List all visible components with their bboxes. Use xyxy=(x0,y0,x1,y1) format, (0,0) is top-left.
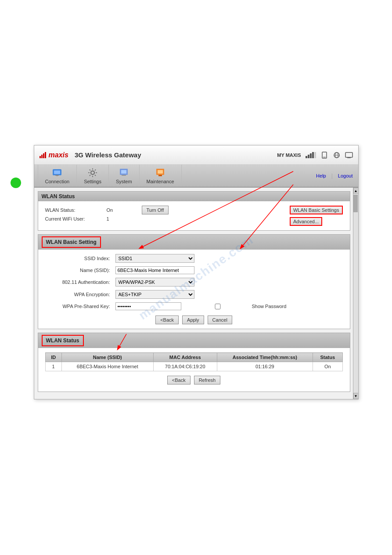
nav-connection-label: Connection xyxy=(45,179,70,184)
show-password-label[interactable]: Show Password xyxy=(185,304,287,309)
help-link[interactable]: Help xyxy=(316,173,326,178)
wlan-status-section: WLAN Status WLAN Status: On Turn Off Cur… xyxy=(38,191,350,231)
globe-icon xyxy=(333,151,341,159)
wlan-status-header: WLAN Status xyxy=(38,192,350,201)
ssid-index-label: SSID Index: xyxy=(45,256,115,261)
cell-mac: 70:1A:04:C6:19:20 xyxy=(153,362,217,371)
wlan-table: ID Name (SSID) MAC Address Associated Ti… xyxy=(45,352,343,371)
svg-rect-5 xyxy=(345,152,352,157)
wlan-status-value: On xyxy=(107,207,142,213)
back-button[interactable]: <Back xyxy=(155,316,179,324)
scroll-thumb[interactable] xyxy=(353,195,358,212)
nav-connection[interactable]: Connection xyxy=(38,165,77,187)
col-mac: MAC Address xyxy=(153,353,217,362)
col-id: ID xyxy=(45,353,61,362)
auth-label: 802.11 Authentication: xyxy=(45,279,115,285)
scroll-up-button[interactable]: ▲ xyxy=(353,188,359,194)
ssid-name-label: Name (SSID): xyxy=(45,268,115,273)
svg-rect-1 xyxy=(323,157,326,157)
screen-icon xyxy=(345,151,353,159)
apply-button[interactable]: Apply xyxy=(182,316,204,324)
scrollbar[interactable]: ▲ ▼ xyxy=(353,188,358,399)
nav-system[interactable]: System xyxy=(109,165,140,187)
cancel-button[interactable]: Cancel xyxy=(208,316,232,324)
green-dot-annotation xyxy=(11,178,21,188)
advanced-button[interactable]: Advanced... xyxy=(290,217,322,226)
wlan-basic-settings-button[interactable]: WLAN Basic Settings xyxy=(290,206,343,214)
encryption-select[interactable]: AES+TKIP xyxy=(115,290,194,299)
wifi-user-label: Current WiFi User: xyxy=(45,216,107,221)
psk-input[interactable] xyxy=(115,302,181,310)
col-time: Associated Time(hh:mm:ss) xyxy=(217,353,313,362)
wlan-status-table-section: WLAN Status ID Name (SSID) MAC Address A… xyxy=(38,333,350,392)
wlan-status-label: WLAN Status: xyxy=(45,207,107,213)
cell-time: 01:16:29 xyxy=(217,362,313,371)
router-header: maxis 3G Wireless Gateway MY MAXIS xyxy=(34,145,358,165)
ssid-index-select[interactable]: SSID1 xyxy=(115,254,194,263)
wifi-user-value: 1 xyxy=(107,216,142,221)
refresh-button[interactable]: Refresh xyxy=(194,376,221,385)
navbar: Connection Settings xyxy=(34,165,358,188)
phone-icon xyxy=(320,151,328,159)
turn-off-button[interactable]: Turn Off xyxy=(142,206,169,214)
wlan-basic-setting-header: WLAN Basic Setting xyxy=(42,236,101,248)
svg-rect-19 xyxy=(158,175,162,176)
gateway-title: 3G Wireless Gateway xyxy=(75,151,141,159)
svg-rect-9 xyxy=(54,170,60,174)
psk-label: WPA Pre-Shared Key: xyxy=(45,304,115,309)
col-status: Status xyxy=(313,353,342,362)
cell-name: 6BEC3-Maxis Home Internet xyxy=(61,362,153,371)
signal-bars xyxy=(306,152,316,158)
nav-maintenance-label: Maintenance xyxy=(147,179,174,184)
nav-system-label: System xyxy=(116,179,132,184)
wlan-status-table-header: WLAN Status xyxy=(42,335,84,346)
svg-rect-14 xyxy=(121,170,126,174)
nav-settings[interactable]: Settings xyxy=(77,165,109,187)
auth-select[interactable]: WPA/WPA2-PSK xyxy=(115,278,194,287)
col-name: Name (SSID) xyxy=(61,353,153,362)
cell-status: On xyxy=(313,362,342,371)
ssid-name-input[interactable] xyxy=(115,266,194,274)
cell-id: 1 xyxy=(45,362,61,371)
svg-point-12 xyxy=(91,171,94,174)
scroll-down-button[interactable]: ▼ xyxy=(353,393,359,399)
logout-link[interactable]: Logout xyxy=(338,173,353,178)
nav-maintenance[interactable]: Maintenance xyxy=(140,165,182,187)
encryption-label: WPA Encryption: xyxy=(45,292,115,297)
table-back-button[interactable]: <Back xyxy=(167,376,191,385)
maxis-logo: maxis xyxy=(40,151,68,159)
show-password-checkbox[interactable] xyxy=(185,304,251,309)
my-maxis-label: MY MAXIS xyxy=(277,152,301,158)
nav-settings-label: Settings xyxy=(84,179,101,184)
brand-name: maxis xyxy=(49,151,68,159)
svg-rect-18 xyxy=(158,170,163,174)
wlan-basic-setting-section: WLAN Basic Setting SSID Index: SSID1 Na xyxy=(38,234,350,329)
table-row: 1 6BEC3-Maxis Home Internet 70:1A:04:C6:… xyxy=(45,362,342,371)
